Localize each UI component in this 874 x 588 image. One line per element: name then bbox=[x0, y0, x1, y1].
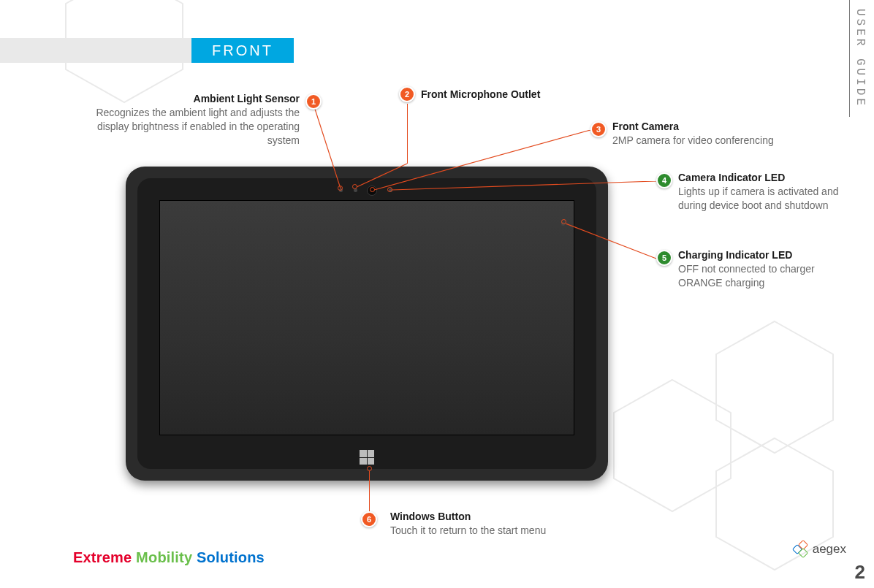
callout-6-leader bbox=[369, 470, 370, 511]
tablet-screen bbox=[159, 200, 574, 435]
footer-brand-right: aegex bbox=[794, 541, 846, 557]
callout-5-bubble: 5 bbox=[656, 250, 672, 266]
callout-6-label: Windows Button Touch it to return to the… bbox=[390, 510, 609, 538]
aegex-logo-text: aegex bbox=[813, 542, 846, 557]
callout-6-end-dot bbox=[367, 466, 372, 471]
callout-3-bubble: 3 bbox=[590, 121, 607, 137]
callout-5-label: Charging Indicator LED OFF not connected… bbox=[678, 248, 861, 290]
aegex-logo-icon bbox=[794, 541, 810, 557]
callout-1-end-dot bbox=[338, 186, 343, 191]
windows-button-icon bbox=[360, 450, 374, 465]
svg-line-4 bbox=[313, 102, 341, 188]
page-number: 2 bbox=[855, 561, 865, 584]
section-title: FRONT bbox=[191, 38, 294, 63]
callout-4-label: Camera Indicator LED Lights up if camera… bbox=[678, 171, 861, 213]
footer-brand-left: Extreme Mobility Solutions bbox=[73, 549, 265, 566]
svg-line-8 bbox=[566, 224, 656, 259]
tablet-device bbox=[126, 167, 608, 481]
callout-6-bubble: 6 bbox=[361, 511, 377, 527]
svg-line-7 bbox=[392, 181, 656, 190]
callout-4-end-dot bbox=[387, 187, 392, 192]
callout-5-leader bbox=[566, 224, 661, 261]
callout-2-end-dot bbox=[352, 184, 357, 189]
callout-3-label: Front Camera 2MP camera for video confer… bbox=[612, 120, 832, 148]
callout-1-bubble: 1 bbox=[305, 93, 322, 110]
svg-marker-0 bbox=[716, 321, 833, 453]
callout-1-label: Ambient Light Sensor Recognizes the ambi… bbox=[95, 92, 300, 148]
callout-4-bubble: 4 bbox=[656, 172, 672, 188]
callout-3-end-dot bbox=[370, 187, 375, 192]
section-header: FRONT bbox=[0, 38, 294, 63]
callout-5-end-dot bbox=[561, 219, 566, 224]
svg-marker-1 bbox=[614, 380, 731, 511]
callout-4-leader bbox=[392, 181, 658, 193]
callout-1-leader bbox=[313, 102, 349, 197]
callout-2-bubble: 2 bbox=[399, 86, 415, 102]
side-label: USER GUIDE bbox=[849, 0, 870, 117]
callout-2-label: Front Microphone Outlet bbox=[421, 88, 540, 102]
